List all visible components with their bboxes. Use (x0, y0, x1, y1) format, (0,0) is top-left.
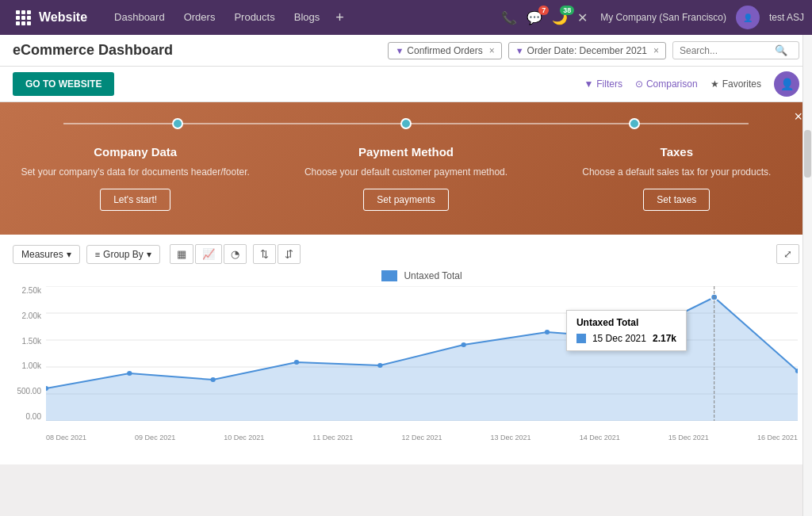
svg-point-10 (294, 360, 299, 365)
x-label-7: 15 Dec 2021 (668, 434, 709, 441)
step1-desc: Set your company's data for documents he… (16, 165, 255, 179)
favorites-button[interactable]: ★ Favorites (710, 78, 761, 90)
user-name: test ASJ (769, 12, 804, 23)
step3-desc: Choose a default sales tax for your prod… (557, 165, 796, 179)
groupby-lines-icon: ≡ (95, 250, 100, 259)
line-chart-button[interactable]: 📈 (195, 244, 222, 264)
chart-tooltip: Untaxed Total 15 Dec 2021 2.17k (566, 310, 687, 351)
page-header: eCommerce Dashboard ▼ Confirmed Orders ×… (0, 35, 812, 67)
pie-chart-button[interactable]: ◔ (224, 244, 247, 264)
nav-blogs[interactable]: Blogs (286, 0, 328, 35)
x-label-6: 14 Dec 2021 (580, 434, 620, 441)
x-label-2: 10 Dec 2021 (224, 434, 264, 441)
nav-add-icon[interactable]: + (331, 10, 349, 26)
filter-confirmed-orders: ▼ Confirmed Orders × (388, 42, 501, 59)
x-axis-labels: 08 Dec 2021 09 Dec 2021 10 Dec 2021 11 D… (46, 434, 798, 441)
progress-dot-1 (172, 118, 183, 129)
step1-button[interactable]: Let's start! (100, 189, 170, 211)
settings-avatar-button[interactable]: 👤 (774, 71, 799, 97)
bar-chart-button[interactable]: ▦ (170, 244, 193, 264)
y-label-0: 2.50k (22, 286, 41, 295)
filter-icon: ▼ (395, 46, 404, 55)
chat-icon[interactable]: 💬 7 (527, 10, 542, 25)
tooltip-title: Untaxed Total (576, 317, 676, 328)
tooltip-row: 15 Dec 2021 2.17k (576, 333, 676, 344)
comparison-icon: ⊙ (635, 78, 643, 90)
favorites-label: Favorites (722, 78, 761, 90)
tooltip-color-box (576, 334, 586, 343)
svg-point-8 (127, 371, 132, 376)
filters-button[interactable]: ▼ Filters (584, 78, 622, 90)
filter-close-icon[interactable]: × (489, 45, 495, 56)
filter-date-close-icon[interactable]: × (653, 45, 659, 56)
groupby-dropdown-icon: ▾ (147, 249, 151, 260)
y-label-2: 1.50k (22, 337, 41, 346)
search-box[interactable]: 🔍 (672, 41, 799, 59)
x-label-3: 11 Dec 2021 (312, 434, 353, 441)
progress-dot-3 (629, 118, 640, 129)
company-name: My Company (San Francisco) (600, 12, 726, 23)
star-icon: ★ (710, 78, 719, 90)
step1-title: Company Data (16, 145, 255, 159)
close-icon[interactable]: ✕ (577, 10, 588, 25)
legend-label: Untaxed Total (404, 270, 462, 281)
banner-steps: Company Data Set your company's data for… (0, 137, 812, 219)
nav-icons-group: 📞 💬 7 🌙 38 ✕ My Company (San Francisco) … (501, 6, 804, 29)
chart-type-buttons: ▦ 📈 ◔ (170, 244, 247, 264)
svg-point-9 (211, 377, 216, 382)
settings-icon: 👤 (780, 78, 794, 90)
filters-label: Filters (596, 78, 622, 90)
search-icon[interactable]: 🔍 (775, 44, 787, 56)
y-label-3: 1.00k (22, 361, 41, 370)
banner-close-button[interactable]: × (794, 109, 802, 125)
step2-desc: Choose your default customer payment met… (286, 165, 525, 179)
moon-badge: 38 (560, 6, 574, 15)
filter-funnel-icon: ▼ (584, 78, 593, 90)
chart-section: Measures ▾ ≡ Group By ▾ ▦ 📈 ◔ ⇅ ⇵ ⤢ Unta… (0, 235, 812, 464)
y-label-1: 2.00k (22, 312, 41, 320)
svg-point-13 (545, 330, 550, 334)
y-label-4: 500.00 (17, 387, 41, 396)
go-to-website-button[interactable]: GO TO WEBSITE (13, 72, 114, 96)
x-label-5: 13 Dec 2021 (491, 434, 531, 441)
nav-orders[interactable]: Orders (176, 0, 224, 35)
step3-button[interactable]: Set taxes (643, 189, 710, 211)
chart-legend-row: Untaxed Total (46, 270, 798, 281)
legend-color-box (381, 270, 397, 281)
toolbar-right: ▼ Filters ⊙ Comparison ★ Favorites 👤 (584, 71, 799, 97)
chart-plot-area: Untaxed Total 15 Dec 2021 2.17k (46, 286, 798, 421)
step2-button[interactable]: Set payments (363, 189, 448, 211)
app-brand[interactable]: Website (8, 0, 95, 35)
page-toolbar: GO TO WEBSITE ▼ Filters ⊙ Comparison ★ F… (0, 67, 812, 102)
measures-button[interactable]: Measures ▾ (13, 245, 80, 264)
search-input[interactable] (680, 45, 775, 56)
comparison-button[interactable]: ⊙ Comparison (635, 78, 698, 90)
banner-step-2: Payment Method Choose your default custo… (270, 137, 541, 219)
sort-desc-button[interactable]: ⇵ (278, 244, 301, 264)
nav-products[interactable]: Products (226, 0, 282, 35)
svg-point-11 (377, 363, 382, 368)
tooltip-value: 2.17k (653, 333, 676, 344)
scrollbar[interactable] (802, 35, 812, 516)
banner-progress (0, 118, 812, 129)
groupby-button[interactable]: ≡ Group By ▾ (86, 245, 160, 264)
comparison-label: Comparison (646, 78, 698, 90)
step2-title: Payment Method (286, 145, 525, 159)
sort-buttons: ⇅ ⇵ (253, 244, 301, 264)
moon-icon[interactable]: 🌙 38 (552, 10, 568, 25)
x-label-8: 16 Dec 2021 (757, 434, 798, 441)
step3-title: Taxes (557, 145, 796, 159)
grid-icon (16, 10, 31, 25)
phone-icon[interactable]: 📞 (501, 10, 517, 25)
sort-asc-button[interactable]: ⇅ (253, 244, 276, 264)
x-label-4: 12 Dec 2021 (401, 434, 442, 441)
filter-date-label: Order Date: December 2021 (527, 45, 647, 56)
filter-icon-2: ▼ (515, 46, 524, 55)
filter-label: Confirmed Orders (407, 45, 482, 56)
banner-step-3: Taxes Choose a default sales tax for you… (542, 137, 812, 219)
expand-button[interactable]: ⤢ (776, 244, 799, 264)
user-avatar[interactable]: 👤 (736, 6, 760, 29)
nav-dashboard[interactable]: Dashboard (106, 0, 173, 35)
y-label-5: 0.00 (26, 412, 41, 421)
progress-dot-2 (400, 118, 412, 129)
